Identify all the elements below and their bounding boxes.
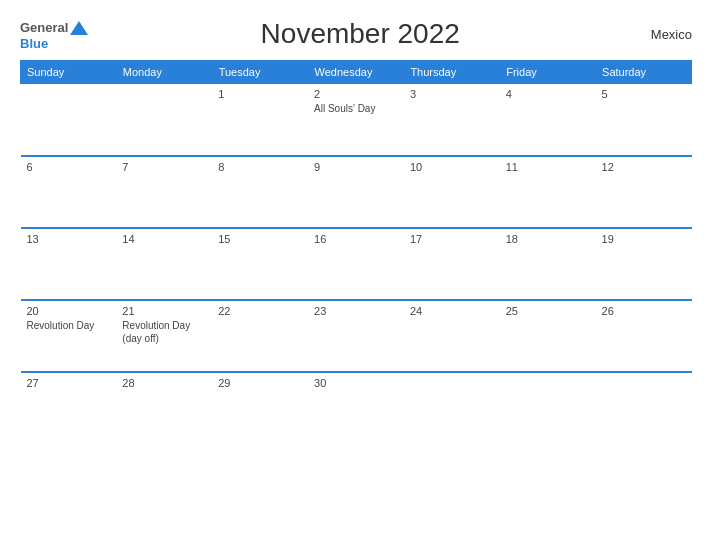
table-row: 4 [500,84,596,156]
calendar-week-row: 12All Souls' Day345 [21,84,692,156]
table-row: 13 [21,228,117,300]
day-number: 13 [27,233,111,245]
col-tuesday: Tuesday [212,61,308,84]
col-thursday: Thursday [404,61,500,84]
day-number: 2 [314,88,398,100]
table-row [21,84,117,156]
table-row [500,372,596,444]
col-friday: Friday [500,61,596,84]
day-number: 4 [506,88,590,100]
table-row: 10 [404,156,500,228]
table-row: 22 [212,300,308,372]
day-number: 12 [602,161,686,173]
logo-blue: Blue [20,37,48,50]
calendar-week-row: 6789101112 [21,156,692,228]
day-number: 14 [122,233,206,245]
table-row: 27 [21,372,117,444]
table-row: 5 [596,84,692,156]
day-number: 8 [218,161,302,173]
table-row: 7 [116,156,212,228]
svg-marker-0 [70,21,88,35]
calendar-week-row: 27282930 [21,372,692,444]
day-number: 11 [506,161,590,173]
col-wednesday: Wednesday [308,61,404,84]
table-row: 3 [404,84,500,156]
table-row: 8 [212,156,308,228]
day-number: 19 [602,233,686,245]
calendar-header-row: Sunday Monday Tuesday Wednesday Thursday… [21,61,692,84]
logo-general: General [20,21,68,34]
day-number: 20 [27,305,111,317]
table-row: 17 [404,228,500,300]
day-event: All Souls' Day [314,103,375,114]
table-row: 15 [212,228,308,300]
day-number: 30 [314,377,398,389]
day-number: 17 [410,233,494,245]
table-row: 30 [308,372,404,444]
table-row: 2All Souls' Day [308,84,404,156]
day-number: 3 [410,88,494,100]
header: General Blue November 2022 Mexico [20,18,692,50]
table-row: 29 [212,372,308,444]
day-event: Revolution Day [27,320,95,331]
table-row: 19 [596,228,692,300]
table-row: 18 [500,228,596,300]
table-row: 28 [116,372,212,444]
logo: General Blue [20,19,88,50]
day-number: 6 [27,161,111,173]
country-label: Mexico [632,27,692,42]
table-row: 24 [404,300,500,372]
calendar-table: Sunday Monday Tuesday Wednesday Thursday… [20,60,692,444]
table-row: 14 [116,228,212,300]
day-number: 16 [314,233,398,245]
day-number: 24 [410,305,494,317]
table-row: 16 [308,228,404,300]
logo-icon [70,19,88,37]
day-number: 28 [122,377,206,389]
table-row [116,84,212,156]
table-row [596,372,692,444]
day-number: 25 [506,305,590,317]
day-number: 21 [122,305,206,317]
day-number: 23 [314,305,398,317]
day-number: 5 [602,88,686,100]
table-row: 1 [212,84,308,156]
day-number: 27 [27,377,111,389]
day-number: 22 [218,305,302,317]
calendar-week-row: 20Revolution Day21Revolution Day (day of… [21,300,692,372]
day-number: 18 [506,233,590,245]
table-row: 23 [308,300,404,372]
day-number: 9 [314,161,398,173]
table-row: 12 [596,156,692,228]
day-number: 10 [410,161,494,173]
calendar-week-row: 13141516171819 [21,228,692,300]
day-event: Revolution Day (day off) [122,320,190,344]
table-row: 6 [21,156,117,228]
day-number: 26 [602,305,686,317]
col-monday: Monday [116,61,212,84]
table-row: 21Revolution Day (day off) [116,300,212,372]
col-sunday: Sunday [21,61,117,84]
day-number: 15 [218,233,302,245]
table-row: 9 [308,156,404,228]
table-row: 26 [596,300,692,372]
day-number: 29 [218,377,302,389]
col-saturday: Saturday [596,61,692,84]
table-row: 11 [500,156,596,228]
day-number: 7 [122,161,206,173]
page-title: November 2022 [88,18,632,50]
day-number: 1 [218,88,302,100]
table-row: 25 [500,300,596,372]
table-row: 20Revolution Day [21,300,117,372]
calendar-page: General Blue November 2022 Mexico Sunday… [0,0,712,550]
table-row [404,372,500,444]
